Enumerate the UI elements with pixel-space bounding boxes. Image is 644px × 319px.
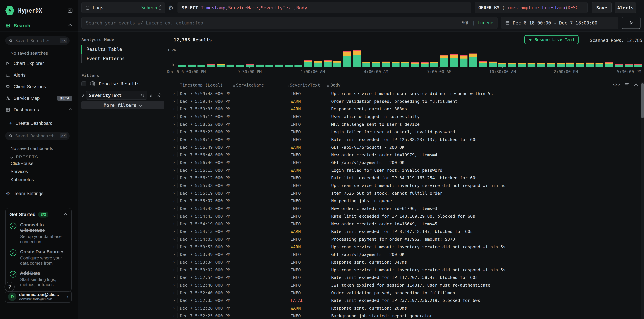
expand-row-icon[interactable]: › [173, 275, 175, 280]
sidebar-item-search[interactable]: Search [0, 23, 78, 28]
histogram-bar[interactable] [576, 63, 584, 67]
expand-row-icon[interactable]: › [173, 298, 175, 303]
histogram-bar[interactable] [314, 61, 322, 67]
histogram-bar[interactable] [188, 64, 196, 67]
table-row[interactable]: › Dec 7 5:55:07.000 PM INFO No pending j… [171, 197, 641, 205]
expand-row-icon[interactable]: › [173, 129, 175, 134]
histogram-bar[interactable] [343, 51, 351, 67]
table-row[interactable]: › Dec 7 5:52:28.000 PM WARN Response sen… [171, 304, 641, 312]
histogram-bar[interactable] [256, 64, 264, 67]
histogram-bar[interactable] [566, 62, 574, 67]
table-row[interactable]: › Dec 7 5:53:49.000 PM INFO GET /api/v1/… [171, 251, 641, 258]
chevron-up-icon[interactable] [64, 213, 67, 216]
user-menu[interactable]: D dominic.tran@clic... dominic.tran@clic… [5, 291, 72, 303]
preset-item[interactable]: Kubernetes [10, 177, 34, 182]
run-query-button[interactable] [622, 17, 640, 29]
table-row[interactable]: › Dec 7 5:52:46.000 PM INFO JWT token ex… [171, 281, 641, 289]
histogram-bar[interactable] [334, 61, 341, 67]
expand-row-icon[interactable]: › [173, 175, 175, 180]
expand-row-icon[interactable]: › [173, 222, 175, 226]
histogram-bar[interactable] [285, 65, 293, 67]
histogram-bar[interactable] [372, 62, 380, 67]
search-input[interactable] [86, 20, 462, 26]
histogram-bar[interactable] [226, 64, 234, 67]
histogram-bar[interactable] [294, 65, 302, 67]
saved-searches-input[interactable]: Saved Searches ⌘K [5, 36, 70, 45]
expand-row-icon[interactable]: › [173, 252, 175, 257]
table-row[interactable]: › Dec 7 5:53:02.000 PM INFO Upstream ser… [171, 266, 641, 274]
expand-row-icon[interactable]: › [173, 191, 175, 196]
table-row[interactable]: › Dec 7 5:58:52.000 PM INFO MFA challeng… [171, 120, 641, 128]
histogram-bar[interactable] [615, 64, 623, 67]
table-row[interactable]: › Dec 7 5:56:49.000 PM WARN GET /api/v1/… [171, 143, 641, 151]
table-row[interactable]: › Dec 7 5:55:19.000 PM INFO Item 7525 ou… [171, 189, 641, 197]
drag-handle-icon[interactable] [233, 84, 235, 87]
histogram-bar[interactable] [498, 63, 506, 67]
histogram-bar[interactable] [401, 62, 409, 67]
histogram-bar[interactable] [586, 62, 594, 67]
sql-select-field[interactable]: SELECT Timestamp ,ServiceName,SeverityTe… [178, 2, 471, 13]
table-row[interactable]: › Dec 7 5:59:48.000 PM INFO Upstream ser… [171, 90, 641, 97]
text-wrap-icon[interactable] [624, 82, 629, 87]
lucene-toggle[interactable]: Lucene [478, 20, 493, 25]
histogram-bar[interactable] [479, 61, 487, 67]
expand-row-icon[interactable]: › [173, 198, 175, 203]
source-settings-gear-icon[interactable]: ⚙ [168, 4, 174, 11]
histogram-bar[interactable] [547, 63, 555, 67]
histogram-bar[interactable] [304, 60, 312, 67]
sidebar-item-team-settings[interactable]: ⚙ Team Settings [0, 190, 78, 197]
preset-item[interactable]: ClickHouse [10, 161, 34, 166]
table-row[interactable]: › Dec 7 5:53:53.000 PM WARN Upstream ser… [171, 243, 641, 251]
drag-handle-icon[interactable] [327, 84, 329, 87]
histogram-bar[interactable] [557, 63, 565, 67]
view-source-icon[interactable]: </> [613, 82, 620, 87]
expand-row-icon[interactable]: › [173, 260, 175, 265]
sidebar-item-client-sessions[interactable]: Client Sessions [0, 84, 78, 89]
histogram-bar[interactable] [528, 63, 536, 67]
table-row[interactable]: › Dec 7 5:53:34.000 PM INFO Response sen… [171, 258, 641, 266]
denoise-results-toggle[interactable]: Denoise Results [82, 81, 140, 86]
table-row[interactable]: › Dec 7 5:54:13.000 PM WARN Rate limit e… [171, 228, 641, 235]
histogram-bar[interactable] [450, 54, 458, 67]
sidebar-item-service-map[interactable]: Service Map BETA [0, 96, 78, 101]
table-row[interactable]: › Dec 7 5:52:40.000 PM INFO Order valida… [171, 289, 641, 297]
histogram-bar[interactable] [634, 64, 642, 67]
table-row[interactable]: › Dec 7 5:56:15.000 PM WARN Login failed… [171, 166, 641, 174]
table-row[interactable]: › Dec 7 5:55:38.000 PM INFO Upstream ser… [171, 182, 641, 189]
sidebar-item-chart-explorer[interactable]: Chart Explorer [0, 61, 78, 66]
get-started-item[interactable]: Create Data Sources Configure where your… [10, 249, 68, 266]
expand-row-icon[interactable]: › [173, 291, 175, 295]
table-row[interactable]: › Dec 7 5:52:25.000 PM INFO Background j… [171, 312, 641, 319]
histogram-bar[interactable] [625, 64, 632, 67]
col-servicename[interactable]: ServiceName [233, 83, 264, 87]
expand-row-icon[interactable]: › [173, 268, 175, 272]
histogram-bar[interactable] [518, 63, 526, 67]
histogram-bar[interactable] [537, 63, 545, 67]
scrollbar-thumb[interactable] [641, 83, 644, 118]
expand-row-icon[interactable]: › [173, 160, 175, 165]
expand-row-icon[interactable]: › [173, 122, 175, 127]
more-filters-button[interactable]: More filters [82, 101, 164, 109]
create-dashboard-button[interactable]: + Create Dashboard [0, 120, 78, 126]
expand-row-icon[interactable]: › [173, 137, 175, 142]
get-started-item[interactable]: Add Data Start sending logs, metrics, or… [10, 271, 68, 287]
drag-handle-icon[interactable] [286, 84, 288, 87]
table-row[interactable]: › Dec 7 5:52:54.000 PM INFO Rate limit e… [171, 274, 641, 282]
table-row[interactable]: › Dec 7 5:56:12.000 PM INFO Rate limit e… [171, 174, 641, 182]
expand-row-icon[interactable]: › [173, 152, 175, 157]
expand-row-icon[interactable]: › [173, 237, 175, 242]
tab-results-table[interactable]: Results Table [82, 45, 163, 54]
tab-event-patterns[interactable]: Event Patterns [82, 54, 163, 63]
pin-icon[interactable] [157, 93, 162, 98]
table-row[interactable]: › Dec 7 5:56:46.000 PM INFO GET /api/v1/… [171, 159, 641, 166]
expand-row-icon[interactable]: › [173, 245, 175, 249]
preset-item[interactable]: Services [10, 169, 28, 174]
expand-row-icon[interactable]: › [173, 91, 175, 96]
table-row[interactable]: › Dec 7 5:58:23.000 PM INFO Login failed… [171, 128, 641, 136]
histogram-bar[interactable] [236, 65, 244, 67]
col-severitytext[interactable]: SeverityText [286, 83, 320, 87]
histogram-bar[interactable] [460, 55, 468, 67]
histogram-bar[interactable] [430, 62, 438, 67]
table-row[interactable]: › Dec 7 5:59:35.000 PM WARN Response sen… [171, 105, 641, 113]
expand-row-icon[interactable]: › [173, 168, 175, 173]
